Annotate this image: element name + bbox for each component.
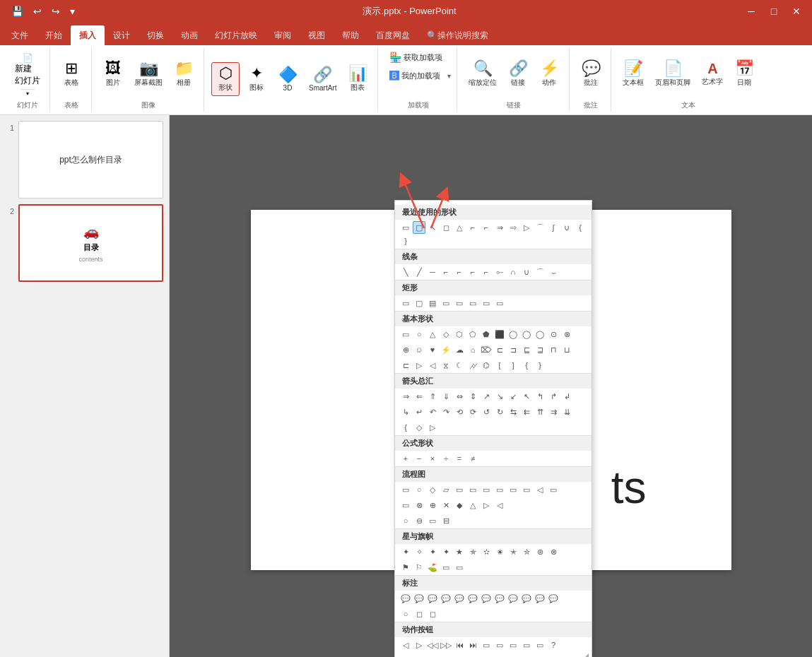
shape-rect[interactable]: ▭ [440,297,452,309]
shape-arrow[interactable]: ↘ [493,390,506,403]
shape-basic[interactable]: △ [426,328,439,341]
shape-basic[interactable]: ▷ [413,359,425,372]
shape-flow[interactable]: ▭ [520,483,533,496]
shape-arrow[interactable]: ↵ [413,406,425,418]
addins-dropdown-arrow[interactable]: ▾ [447,72,451,80]
tab-search[interactable]: 🔍 操作说明搜索 [418,25,497,45]
shape-flow[interactable]: ✕ [440,499,452,511]
shape-arrow[interactable]: ▷ [426,421,439,434]
shape-line[interactable]: ⌐ [440,266,452,278]
shape-basic[interactable]: ⌂ [466,343,479,356]
shape-flag[interactable]: ▭ [440,561,452,574]
shape-flow[interactable]: △ [466,499,479,511]
shape-star[interactable]: ⊗ [547,545,560,558]
get-addins-button[interactable]: 🏪 获取加载项 [385,49,447,65]
shape-star[interactable]: ✫ [480,545,493,558]
shape-callout[interactable]: 💬 [440,592,452,605]
tab-design[interactable]: 设计 [105,25,139,45]
shape-star[interactable]: ✯ [466,545,479,558]
shape-action[interactable]: ▭ [520,639,533,651]
tab-animations[interactable]: 动画 [172,25,206,45]
shape-arrow[interactable]: ⇆ [507,406,519,418]
comment-button[interactable]: 💬 批注 [577,58,605,90]
shape-line[interactable]: ⌣ [547,266,560,278]
shape-arrow[interactable]: ↖ [520,390,533,403]
slide-thumb-1[interactable]: 1 ppt怎么制作目录 [6,121,163,199]
shape-flow[interactable]: ◁ [534,483,546,496]
action-button[interactable]: ⚡ 动作 [535,58,563,90]
shape-flow[interactable]: ⊟ [440,514,452,527]
shape-action[interactable]: ? [547,639,560,651]
shape-flow[interactable]: ▭ [547,483,560,496]
link-button[interactable]: 🔗 链接 [504,58,532,90]
shape-callout[interactable]: 💬 [547,592,560,605]
shape-basic[interactable]: ◯ [534,328,546,341]
shape-arrow[interactable]: ↱ [547,390,560,403]
shape-line[interactable]: ⌐ [453,266,466,278]
shape-action[interactable]: ◁ [399,639,412,651]
shape-flow[interactable]: ⊖ [413,514,425,527]
shape-item[interactable]: { [574,221,587,234]
zoom-button[interactable]: 🔍 缩放定位 [464,58,501,90]
shape-arrow[interactable]: ⇔ [453,390,466,403]
shape-callout[interactable]: 💬 [493,592,506,605]
shape-callout[interactable]: 💬 [413,592,425,605]
shape-basic[interactable]: ⊏ [399,359,412,372]
shape-flow[interactable]: ◇ [426,483,439,496]
shape-action[interactable]: ▭ [534,639,546,651]
shape-line[interactable]: ╲ [399,266,412,278]
shape-flow[interactable]: ⊗ [413,499,425,511]
shape-rect[interactable]: ▢ [413,297,425,309]
shape-item[interactable]: ⇒ [493,221,506,234]
shape-basic[interactable]: ⌦ [480,343,493,356]
minimize-button[interactable]: ─ [741,4,761,18]
shape-rect[interactable]: ▭ [493,297,506,309]
shape-basic[interactable]: ⊓ [547,343,560,356]
shape-flag[interactable]: ⛳ [426,561,439,574]
redo-button[interactable]: ↪ [49,4,63,18]
shape-flow[interactable]: ⊕ [426,499,439,511]
shape-arrow[interactable]: ↲ [560,390,573,403]
shape-flow[interactable]: ▷ [480,499,493,511]
dropdown-resize-handle[interactable] [584,650,590,656]
header-footer-button[interactable]: 📄 页眉和页脚 [651,58,695,90]
shape-flag[interactable]: ▭ [453,561,466,574]
shape-star[interactable]: ★ [453,545,466,558]
shape-eq[interactable]: = [453,452,466,465]
shape-arrow[interactable]: ⟲ [453,406,466,418]
shape-arrow[interactable]: ◇ [413,421,425,434]
shape-flow[interactable]: ▭ [480,483,493,496]
shape-flow[interactable]: ▱ [440,483,452,496]
shape-arrow[interactable]: ⇉ [547,406,560,418]
shape-flow[interactable]: ◆ [453,499,466,511]
tab-help[interactable]: 帮助 [334,25,367,45]
shape-basic[interactable]: ☁ [453,343,466,356]
smartart-button[interactable]: 🔗 SmartArt [305,64,341,95]
shape-arrow[interactable]: ⇐ [413,390,425,403]
shape-callout[interactable]: 💬 [507,592,519,605]
shape-callout[interactable]: 💬 [520,592,533,605]
shape-basic[interactable]: ⬠ [466,328,479,341]
tab-slideshow[interactable]: 幻灯片放映 [206,25,266,45]
shape-star[interactable]: ⊛ [534,545,546,558]
shape-line[interactable]: ⟜ [493,266,506,278]
tab-file[interactable]: 文件 [3,25,37,45]
tab-view[interactable]: 视图 [300,25,334,45]
shape-basic[interactable]: ⌭ [466,359,479,372]
shape-basic[interactable]: ⌬ [480,359,493,372]
shape-basic[interactable]: ▭ [399,328,412,341]
shape-eq[interactable]: ÷ [440,452,452,465]
shape-eq[interactable]: ≠ [466,452,479,465]
shape-line[interactable]: ∪ [520,266,533,278]
shape-flow[interactable]: ○ [399,514,412,527]
new-slide-dropdown-arrow[interactable]: ▾ [20,89,35,97]
shape-callout[interactable]: 💬 [453,592,466,605]
shape-basic[interactable]: ⊐ [507,343,519,356]
shape-flow[interactable]: ▭ [399,483,412,496]
shape-basic[interactable]: ⊔ [560,343,573,356]
shape-basic[interactable]: ◯ [520,328,533,341]
tab-transitions[interactable]: 切换 [139,25,172,45]
shape-basic[interactable]: ♥ [426,343,439,356]
shape-action[interactable]: ◁◁ [426,639,439,651]
shape-basic[interactable]: ⊏ [493,343,506,356]
